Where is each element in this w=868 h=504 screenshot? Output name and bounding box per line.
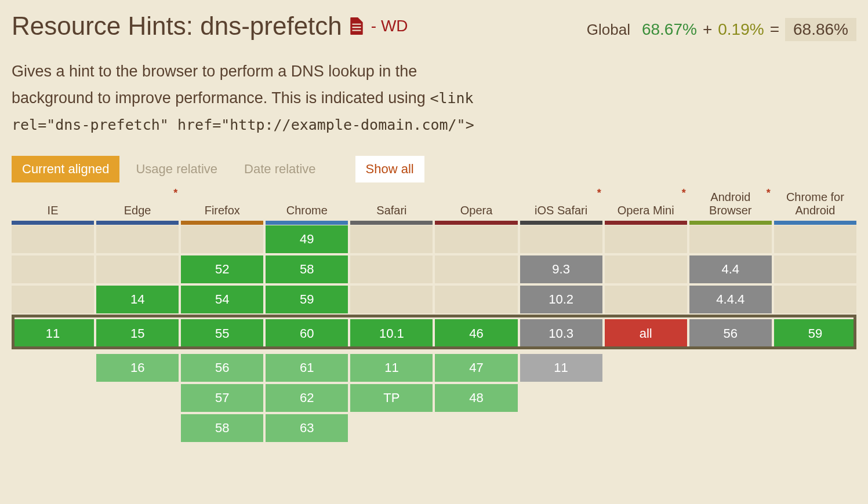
column-header-bar — [266, 221, 348, 225]
note-indicator: * — [767, 187, 771, 199]
version-cell[interactable]: 52 — [181, 255, 263, 283]
empty-cell — [774, 286, 856, 313]
version-cell[interactable]: 60 — [266, 319, 348, 348]
column-header-label: Safari — [374, 204, 409, 221]
version-cell[interactable]: 16 — [96, 354, 179, 382]
version-cell[interactable]: 63 — [266, 414, 348, 442]
column-header-bar — [689, 221, 772, 225]
version-cell[interactable]: 56 — [181, 354, 263, 382]
column-header-label: Firefox — [202, 204, 242, 221]
version-cell[interactable]: 49 — [266, 225, 348, 253]
browser-column: Chrome for Android59 — [774, 188, 856, 442]
tab-date-relative[interactable]: Date relative — [234, 156, 326, 182]
column-header[interactable]: iOS Safari* — [520, 188, 602, 221]
browser-column: Android Browser*4.44.4.456 — [689, 188, 772, 442]
stat-eq: = — [770, 20, 779, 39]
column-header[interactable]: Opera — [435, 188, 517, 221]
version-cell[interactable]: 11 — [12, 319, 94, 348]
column-header-label: Android Browser — [689, 191, 772, 221]
version-cell[interactable]: 4.4.4 — [689, 286, 772, 313]
version-cell[interactable]: 11 — [350, 354, 433, 382]
column-cells: 9.310.210.311 — [520, 225, 602, 442]
feature-description: Gives a hint to the browser to perform a… — [12, 59, 487, 138]
version-cell[interactable]: 62 — [266, 384, 348, 412]
column-header-bar — [181, 221, 263, 225]
tab-show-all[interactable]: Show all — [355, 156, 424, 182]
version-cell[interactable]: 10.2 — [520, 286, 602, 313]
browser-column: Edge*141516 — [96, 188, 179, 442]
version-cell[interactable]: 9.3 — [520, 255, 602, 283]
empty-cell — [12, 225, 94, 253]
tab-current-aligned[interactable]: Current aligned — [12, 156, 119, 182]
column-header[interactable]: Firefox — [181, 188, 263, 221]
column-header-label: iOS Safari — [532, 204, 590, 221]
column-cells: 525455565758 — [181, 225, 263, 442]
stat-partial: 0.19% — [718, 20, 764, 39]
version-cell[interactable]: TP — [350, 384, 433, 412]
empty-cell — [181, 225, 263, 253]
global-label: Global — [587, 21, 630, 39]
empty-cell — [12, 286, 94, 313]
version-cell[interactable]: 58 — [266, 255, 348, 283]
column-header[interactable]: Chrome — [266, 188, 348, 221]
browser-column: Chrome49585960616263 — [266, 188, 348, 442]
title-text: Resource Hints: dns-prefetch — [12, 12, 342, 41]
column-cells: 464748 — [435, 225, 517, 442]
version-cell[interactable]: 4.4 — [689, 255, 772, 283]
view-tabs: Current aligned Usage relative Date rela… — [12, 156, 856, 182]
column-header[interactable]: Safari — [350, 188, 433, 221]
version-cell[interactable]: 11 — [520, 354, 602, 382]
version-cell[interactable]: 47 — [435, 354, 517, 382]
empty-cell — [774, 225, 856, 253]
file-icon[interactable] — [349, 17, 364, 35]
empty-cell — [605, 255, 687, 283]
stat-plus: + — [703, 20, 712, 39]
version-cell[interactable]: 48 — [435, 384, 517, 412]
support-table: IE11Edge*141516Firefox525455565758Chrome… — [12, 188, 856, 442]
column-header[interactable]: Edge* — [96, 188, 179, 221]
tab-usage-relative[interactable]: Usage relative — [125, 156, 228, 182]
column-header-bar — [350, 221, 433, 225]
empty-cell — [435, 255, 517, 283]
note-indicator: * — [682, 187, 686, 199]
column-cells: 141516 — [96, 225, 179, 442]
browser-column: Opera464748 — [435, 188, 517, 442]
empty-cell — [350, 225, 433, 253]
note-indicator: * — [173, 187, 177, 199]
browser-column: Safari10.111TP — [350, 188, 433, 442]
version-cell[interactable]: 10.3 — [520, 319, 602, 348]
column-header-bar — [605, 221, 687, 225]
browser-column: iOS Safari*9.310.210.311 — [520, 188, 602, 442]
version-cell[interactable]: 10.1 — [350, 319, 433, 348]
column-cells: 10.111TP — [350, 225, 433, 442]
version-cell[interactable]: 54 — [181, 286, 263, 313]
version-cell[interactable]: 56 — [689, 319, 772, 348]
version-cell[interactable]: 57 — [181, 384, 263, 412]
version-cell[interactable]: all — [605, 319, 687, 348]
description-text: Gives a hint to the browser to perform a… — [12, 63, 430, 107]
page-title: Resource Hints: dns-prefetch - WD — [12, 12, 408, 41]
column-header[interactable]: Chrome for Android — [774, 188, 856, 221]
version-cell[interactable]: 58 — [181, 414, 263, 442]
column-header-label: IE — [45, 204, 61, 221]
version-cell[interactable]: 61 — [266, 354, 348, 382]
version-cell[interactable]: 15 — [96, 319, 179, 348]
column-header[interactable]: IE — [12, 188, 94, 221]
empty-cell — [96, 255, 179, 283]
column-header[interactable]: Opera Mini* — [605, 188, 687, 221]
browser-column: IE11 — [12, 188, 94, 442]
column-header-bar — [520, 221, 602, 225]
browser-column: Firefox525455565758 — [181, 188, 263, 442]
column-header-bar — [435, 221, 517, 225]
version-cell[interactable]: 59 — [774, 319, 856, 348]
empty-cell — [689, 225, 772, 253]
column-header-label: Chrome — [284, 204, 330, 221]
version-cell[interactable]: 14 — [96, 286, 179, 313]
empty-cell — [605, 225, 687, 253]
column-header[interactable]: Android Browser* — [689, 188, 772, 221]
version-cell[interactable]: 46 — [435, 319, 517, 348]
version-cell[interactable]: 59 — [266, 286, 348, 313]
empty-cell — [605, 286, 687, 313]
version-cell[interactable]: 55 — [181, 319, 263, 348]
column-header-label: Opera — [458, 204, 495, 221]
